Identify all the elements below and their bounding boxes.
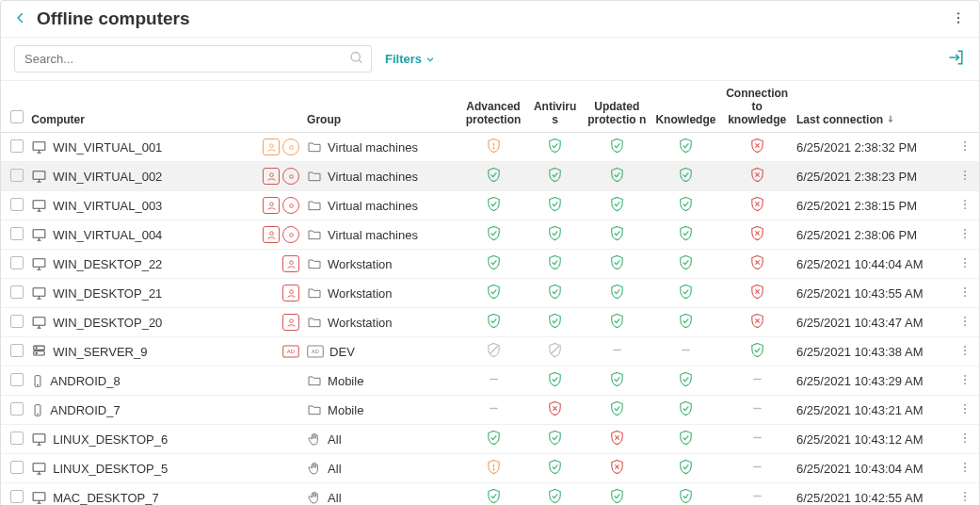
table-row[interactable]: WIN_DESKTOP_22 Workstation 6/25/2021 10:… [1,250,979,279]
svg-point-26 [964,174,966,176]
knowledge-icon [678,400,694,416]
col-conn[interactable]: Connection to knowledge [721,81,793,133]
col-adv[interactable]: Advanced protection [460,81,527,133]
export-button[interactable] [947,48,966,70]
antivirus-icon [547,400,563,416]
row-more-menu[interactable] [958,346,972,360]
table-row[interactable]: WIN_VIRTUAL_001 Virtual machines 6/25/20… [1,133,979,162]
col-group[interactable]: Group [303,81,460,133]
svg-point-1 [957,16,959,18]
svg-point-15 [964,140,966,142]
device-icon [31,432,47,448]
row-checkbox[interactable] [10,227,24,240]
device-icon [31,227,47,243]
updated-protection-icon [609,400,625,416]
svg-point-22 [289,174,293,178]
updated-protection-icon [609,284,625,300]
row-checkbox[interactable] [10,169,24,182]
filters-button[interactable]: Filters [385,52,435,66]
row-more-menu[interactable] [958,171,972,185]
row-more-menu[interactable] [958,404,972,418]
connection-icon [749,488,765,504]
row-more-menu[interactable] [958,287,972,301]
table-row[interactable]: ANDROID_7 Mobile 6/25/2021 10:43:21 AM [1,396,979,425]
row-checkbox[interactable] [10,256,24,269]
group-name: All [328,462,341,476]
col-upd[interactable]: Updated protectio n [584,81,651,133]
table-row[interactable]: WIN_VIRTUAL_004 Virtual machines 6/25/20… [1,220,979,250]
table-row[interactable]: WIN_VIRTUAL_003 Virtual machines 6/25/20… [1,191,979,220]
last-connection: 6/25/2021 2:38:15 PM [796,199,917,213]
more-menu[interactable] [951,10,966,28]
adv-protection-icon [486,400,502,416]
computer-name: WIN_VIRTUAL_003 [53,199,162,213]
svg-point-88 [964,350,966,351]
connection-icon [749,459,765,475]
svg-text:AD: AD [287,349,296,354]
col-last[interactable]: Last connection [793,81,955,133]
row-more-menu[interactable] [958,375,972,389]
select-all-checkbox[interactable] [10,110,24,123]
group-name: Workstation [328,257,392,271]
table-row[interactable]: LINUX_DESKTOP_6 All 6/25/2021 10:43:12 A… [1,425,979,454]
row-checkbox[interactable] [10,432,24,445]
svg-point-91 [38,384,39,385]
svg-point-25 [964,170,966,171]
connection-icon [749,196,765,212]
group-name: Virtual machines [328,170,418,184]
table-row[interactable]: WIN_SERVER_9 AD AD DEV 6/25/2021 10:43:3… [1,337,979,367]
table-row[interactable]: WIN_DESKTOP_21 Workstation 6/25/2021 10:… [1,279,979,308]
adv-protection-icon [486,459,502,475]
group-name: All [328,491,341,505]
row-more-menu[interactable] [958,200,972,214]
row-checkbox[interactable] [10,344,24,357]
svg-point-64 [964,291,966,293]
knowledge-icon [678,459,694,475]
row-checkbox[interactable] [10,198,24,211]
group-icon [307,402,322,417]
row-more-menu[interactable] [958,463,972,477]
row-checkbox[interactable] [10,461,24,474]
svg-point-124 [964,466,966,468]
last-connection: 6/25/2021 10:44:04 AM [796,257,923,271]
row-checkbox[interactable] [10,373,24,386]
table-row[interactable]: LINUX_DESKTOP_5 All 6/25/2021 10:43:04 A… [1,454,979,483]
adv-protection-icon [486,342,502,358]
adv-protection-icon [486,430,502,446]
row-more-menu[interactable] [958,492,972,506]
alert-badge-icon [282,226,299,243]
col-av[interactable]: Antiviru s [526,81,584,133]
page-header: Offline computers [1,1,979,38]
svg-point-72 [964,316,966,318]
svg-point-132 [964,499,966,501]
row-more-menu[interactable] [958,258,972,272]
row-more-menu[interactable] [958,317,972,331]
row-checkbox[interactable] [10,139,24,153]
knowledge-icon [678,254,694,270]
row-more-menu[interactable] [958,433,972,448]
computer-name: WIN_VIRTUAL_002 [53,170,162,184]
row-checkbox[interactable] [10,402,24,415]
row-checkbox[interactable] [10,285,24,299]
table-row[interactable]: WIN_VIRTUAL_002 Virtual machines 6/25/20… [1,162,979,191]
row-checkbox[interactable] [10,315,24,328]
row-checkbox[interactable] [10,490,24,503]
alert-badge-icon [282,138,299,155]
table-row[interactable]: ANDROID_8 Mobile 6/25/2021 10:43:29 AM [1,367,979,396]
col-computer[interactable]: Computer [27,81,303,133]
table-row[interactable]: MAC_DESKTOP_7 All 6/25/2021 10:42:55 AM [1,483,979,506]
svg-point-113 [964,437,966,439]
knowledge-icon [678,138,694,154]
svg-point-104 [964,408,966,410]
group-icon [307,256,322,271]
chevron-down-icon [426,55,435,64]
computer-name: MAC_DESKTOP_7 [53,491,158,505]
table-row[interactable]: WIN_DESKTOP_20 Workstation 6/25/2021 10:… [1,308,979,337]
search-input[interactable] [14,45,372,73]
row-more-menu[interactable] [958,229,972,243]
col-know[interactable]: Knowledge [651,81,722,133]
row-more-menu[interactable] [958,141,972,155]
back-button[interactable] [14,11,27,27]
user-badge-icon [282,314,299,331]
group-icon [307,198,322,213]
